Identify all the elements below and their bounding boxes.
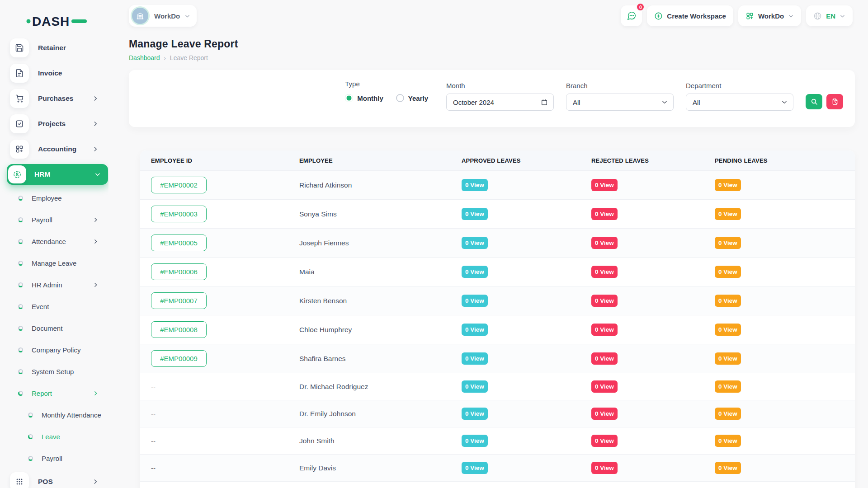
sidebar-item-system-setup[interactable]: System Setup — [0, 361, 108, 382]
approved-leaves-view-button[interactable]: 0 View — [462, 208, 488, 220]
sidebar-item-report-payroll[interactable]: Payroll — [0, 447, 108, 469]
employee-name: Chloe Humphrey — [299, 326, 352, 333]
rejected-leaves-view-button[interactable]: 0 View — [591, 237, 618, 249]
create-workspace-button[interactable]: Create Workspace — [647, 5, 733, 26]
table-header-row: EMPLOYEE ID EMPLOYEE APPROVED LEAVES REJ… — [140, 150, 855, 171]
radio-unchecked-icon[interactable] — [396, 94, 404, 102]
pending-leaves-view-button[interactable]: 0 View — [715, 352, 741, 365]
type-monthly-option[interactable]: Monthly — [345, 94, 383, 102]
approved-leaves-view-button[interactable]: 0 View — [462, 266, 488, 278]
workspace-selector[interactable]: WorkDo — [129, 5, 197, 27]
breadcrumb-dashboard-link[interactable]: Dashboard — [129, 54, 160, 61]
bullet-icon — [18, 261, 23, 266]
approved-leaves-view-button[interactable]: 0 View — [462, 408, 488, 420]
approved-leaves-view-button[interactable]: 0 View — [462, 324, 488, 336]
employee-id-badge[interactable]: #EMP00003 — [151, 206, 207, 222]
sidebar-item-company-policy[interactable]: Company Policy — [0, 339, 108, 361]
approved-leaves-view-button[interactable]: 0 View — [462, 352, 488, 365]
type-label: Type — [345, 80, 428, 88]
sidebar-item-pos[interactable]: POS — [0, 469, 108, 488]
reset-filter-button[interactable] — [826, 94, 843, 109]
pending-leaves-view-button[interactable]: 0 View — [715, 266, 741, 278]
sidebar-item-projects[interactable]: Projects — [0, 111, 108, 136]
messages-button[interactable]: 0 — [621, 5, 642, 26]
chevron-down-icon — [94, 171, 101, 178]
pending-leaves-view-button[interactable]: 0 View — [715, 295, 741, 307]
month-input[interactable]: October 2024 — [446, 94, 554, 111]
sidebar-item-invoice[interactable]: Invoice — [0, 61, 108, 86]
employee-id-badge[interactable]: #EMP00006 — [151, 263, 207, 280]
rejected-leaves-view-button[interactable]: 0 View — [591, 324, 618, 336]
rejected-leaves-view-button[interactable]: 0 View — [591, 380, 618, 393]
rejected-leaves-view-button[interactable]: 0 View — [591, 208, 618, 220]
sidebar-item-retainer[interactable]: Retainer — [0, 35, 108, 61]
sidebar-item-monthly-attendance[interactable]: Monthly Attendance — [0, 404, 108, 426]
monthly-label: Monthly — [357, 94, 383, 102]
leave-report-table: EMPLOYEE ID EMPLOYEE APPROVED LEAVES REJ… — [140, 150, 855, 488]
sidebar-item-event[interactable]: Event — [0, 296, 108, 317]
rejected-leaves-view-button[interactable]: 0 View — [591, 462, 618, 474]
sidebar-item-attendance[interactable]: Attendance — [0, 230, 108, 252]
pending-leaves-view-button[interactable]: 0 View — [715, 237, 741, 249]
table-row: -- Dr. Michael Rodriguez 0 View 0 View 0… — [140, 373, 855, 400]
pending-leaves-view-button[interactable]: 0 View — [715, 462, 741, 474]
sidebar-item-purchases[interactable]: Purchases — [0, 86, 108, 111]
approved-leaves-view-button[interactable]: 0 View — [462, 179, 488, 191]
department-select[interactable]: All — [686, 94, 793, 111]
sidebar-item-payroll[interactable]: Payroll — [0, 209, 108, 230]
bullet-icon — [18, 196, 23, 201]
bullet-icon — [18, 239, 23, 244]
branch-select[interactable]: All — [566, 94, 674, 111]
app-logo[interactable]: DASH — [0, 10, 108, 32]
grid-plus-icon — [10, 140, 29, 159]
pending-leaves-view-button[interactable]: 0 View — [715, 179, 741, 191]
breadcrumb-current: Leave Report — [170, 54, 208, 61]
branch-label: Branch — [566, 82, 674, 89]
sidebar-item-leave[interactable]: Leave — [0, 426, 108, 447]
rejected-leaves-view-button[interactable]: 0 View — [591, 352, 618, 365]
rejected-leaves-view-button[interactable]: 0 View — [591, 408, 618, 420]
app-switcher-button[interactable]: WorkDo — [738, 5, 801, 26]
approved-leaves-view-button[interactable]: 0 View — [462, 237, 488, 249]
employee-name: Maia — [299, 268, 315, 276]
rejected-leaves-view-button[interactable]: 0 View — [591, 179, 618, 191]
col-header-approved-leaves: APPROVED LEAVES — [451, 150, 580, 171]
employee-id-badge[interactable]: #EMP00007 — [151, 292, 207, 309]
sidebar-item-hrm[interactable]: HRM — [7, 164, 108, 185]
workspace-name: WorkDo — [154, 12, 180, 20]
approved-leaves-view-button[interactable]: 0 View — [462, 462, 488, 474]
rejected-leaves-view-button[interactable]: 0 View — [591, 295, 618, 307]
employee-id-badge[interactable]: #EMP00005 — [151, 235, 207, 251]
pending-leaves-view-button[interactable]: 0 View — [715, 408, 741, 420]
sidebar-item-report[interactable]: Report — [0, 382, 108, 404]
employee-id-badge[interactable]: #EMP00008 — [151, 321, 207, 338]
employee-id-badge[interactable]: #EMP00002 — [151, 177, 207, 193]
language-selector[interactable]: EN — [806, 5, 853, 26]
rejected-leaves-view-button[interactable]: 0 View — [591, 266, 618, 278]
rejected-leaves-view-button[interactable]: 0 View — [591, 435, 618, 447]
sidebar-item-manage-leave[interactable]: Manage Leave — [0, 252, 108, 274]
type-yearly-option[interactable]: Yearly — [396, 94, 428, 102]
employee-id-badge[interactable]: #EMP00009 — [151, 350, 207, 367]
page-title: Manage Leave Report — [129, 38, 855, 50]
employee-name: Kirsten Benson — [299, 297, 347, 305]
pending-leaves-view-button[interactable]: 0 View — [715, 324, 741, 336]
pending-leaves-view-button[interactable]: 0 View — [715, 435, 741, 447]
sidebar-item-accounting[interactable]: Accounting — [0, 136, 108, 162]
radio-checked-icon[interactable] — [345, 94, 353, 102]
approved-leaves-view-button[interactable]: 0 View — [462, 380, 488, 393]
sidebar-item-employee[interactable]: Employee — [0, 187, 108, 209]
pending-leaves-view-button[interactable]: 0 View — [715, 380, 741, 393]
chevron-down-icon — [781, 99, 788, 105]
sidebar-item-hr-admin[interactable]: HR Admin — [0, 274, 108, 296]
approved-leaves-view-button[interactable]: 0 View — [462, 295, 488, 307]
plus-circle-icon — [654, 12, 663, 20]
sidebar-item-document[interactable]: Document — [0, 317, 108, 339]
calendar-icon[interactable] — [541, 99, 548, 106]
type-filter-group: Type Monthly Yearly — [345, 80, 428, 102]
check-square-icon — [10, 114, 29, 133]
search-icon — [811, 98, 818, 105]
search-button[interactable] — [806, 94, 822, 109]
pending-leaves-view-button[interactable]: 0 View — [715, 208, 741, 220]
approved-leaves-view-button[interactable]: 0 View — [462, 435, 488, 447]
